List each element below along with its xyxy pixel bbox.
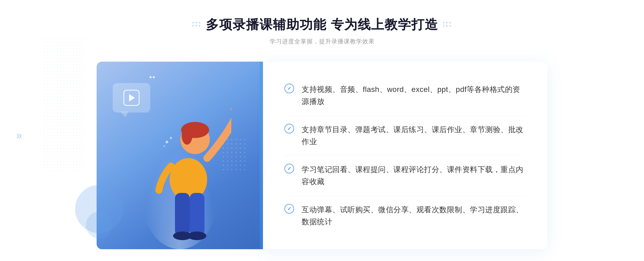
page-subtitle: 学习进度全掌握，提升录播课教学效果 (192, 38, 451, 46)
right-decoration (443, 22, 452, 27)
play-icon (123, 90, 140, 106)
svg-rect-4 (175, 193, 190, 236)
feature-item-3: ✓ 学习笔记回看、课程提问、课程评论打分、课件资料下载，重点内容收藏 (284, 156, 526, 196)
feature-text-3: 学习笔记回看、课程提问、课程评论打分、课件资料下载，重点内容收藏 (302, 164, 526, 188)
svg-point-3 (182, 126, 192, 145)
play-bubble (113, 83, 150, 113)
feature-text-1: 支持视频、音频、flash、word、excel、ppt、pdf等各种格式的资源… (302, 84, 526, 108)
header-section: 多项录播课辅助功能 专为线上教学打造 学习进度全掌握，提升录播课教学效果 (192, 16, 451, 46)
feature-text-4: 互动弹幕、试听购买、微信分享、观看次数限制、学习进度跟踪、数据统计 (302, 204, 526, 228)
header-title-row: 多项录播课辅助功能 专为线上教学打造 (192, 16, 451, 33)
page-container: 多项录播课辅助功能 专为线上教学打造 学习进度全掌握，提升录播课教学效果 (0, 0, 644, 261)
play-triangle (129, 94, 135, 102)
check-icon-2: ✓ (284, 124, 294, 133)
check-icon-4: ✓ (284, 204, 294, 214)
illustration-area (97, 62, 263, 249)
check-mark-1: ✓ (287, 86, 291, 91)
chevron-left-icon: » (16, 129, 19, 141)
svg-point-7 (188, 232, 206, 240)
svg-point-12 (166, 141, 168, 143)
page-title: 多项录播课辅助功能 专为线上教学打造 (206, 16, 438, 33)
main-content: ✓ 支持视频、音频、flash、word、excel、ppt、pdf等各种格式的… (97, 62, 547, 249)
person-illustration (145, 88, 231, 249)
check-icon-1: ✓ (284, 84, 294, 93)
content-panel: ✓ 支持视频、音频、flash、word、excel、ppt、pdf等各种格式的… (263, 62, 547, 249)
feature-item-2: ✓ 支持章节目录、弹题考试、课后练习、课后作业、章节测验、批改作业 (284, 116, 526, 156)
feature-text-2: 支持章节目录、弹题考试、课后练习、课后作业、章节测验、批改作业 (302, 124, 526, 148)
check-mark-4: ✓ (287, 206, 291, 211)
svg-rect-5 (190, 193, 204, 236)
stripe-decoration (260, 62, 263, 249)
feature-item-4: ✓ 互动弹幕、试听购买、微信分享、观看次数限制、学习进度跟踪、数据统计 (284, 196, 526, 236)
sparkle-decoration (149, 75, 155, 80)
deco-circle-small (86, 212, 113, 238)
left-decoration (192, 22, 201, 27)
svg-point-13 (170, 137, 172, 139)
check-mark-3: ✓ (287, 166, 291, 171)
svg-point-14 (163, 145, 165, 147)
feature-item-1: ✓ 支持视频、音频、flash、word、excel、ppt、pdf等各种格式的… (284, 76, 526, 115)
check-icon-3: ✓ (284, 164, 294, 173)
check-mark-2: ✓ (287, 126, 291, 131)
